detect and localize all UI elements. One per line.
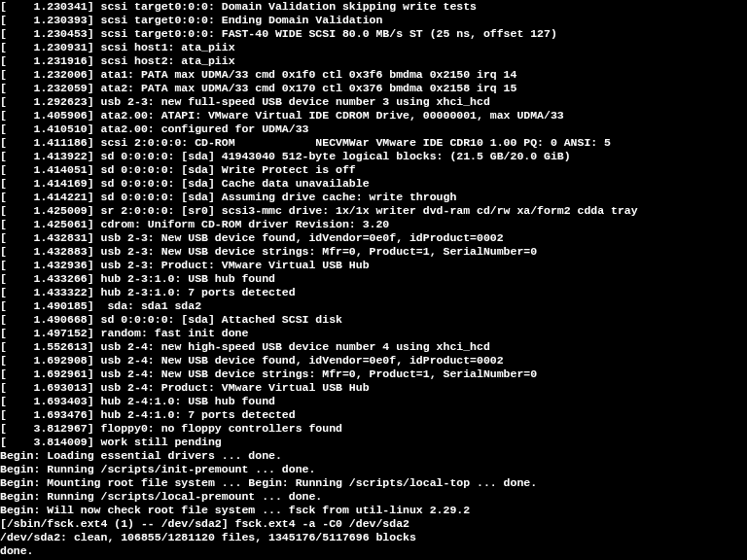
log-line: [ 1.231916] scsi host2: ata_piix <box>0 54 747 68</box>
log-line: done. <box>0 544 747 558</box>
log-line: [ 1.433322] hub 2-3:1.0: 7 ports detecte… <box>0 286 747 299</box>
log-line: [/sbin/fsck.ext4 (1) -- /dev/sda2] fsck.… <box>0 517 747 531</box>
log-line: [ 1.232006] ata1: PATA max UDMA/33 cmd 0… <box>0 68 747 82</box>
log-line: [ 3.814009] work still pending <box>0 436 747 449</box>
log-line: Begin: Running /scripts/local-premount .… <box>0 490 747 504</box>
log-line: [ 1.425061] cdrom: Uniform CD-ROM driver… <box>0 218 747 231</box>
log-line: /dev/sda2: clean, 106855/1281120 files, … <box>0 531 747 544</box>
log-line: [ 1.414169] sd 0:0:0:0: [sda] Cache data… <box>0 177 747 191</box>
log-line: [ 1.414221] sd 0:0:0:0: [sda] Assuming d… <box>0 191 747 204</box>
log-line: Begin: Mounting root file system ... Beg… <box>0 476 747 490</box>
log-line: [ 1.432831] usb 2-3: New USB device foun… <box>0 231 747 245</box>
log-line: Begin: Will now check root file system .… <box>0 504 747 517</box>
log-line: [ 1.497152] random: fast init done <box>0 327 747 340</box>
log-line: [ 1.433266] hub 2-3:1.0: USB hub found <box>0 272 747 286</box>
log-line: Begin: Running /scripts/init-premount ..… <box>0 463 747 476</box>
log-line: [ 1.410510] ata2.00: configured for UDMA… <box>0 122 747 136</box>
log-line: [ 1.405906] ata2.00: ATAPI: VMware Virtu… <box>0 109 747 122</box>
log-line: [ 1.414051] sd 0:0:0:0: [sda] Write Prot… <box>0 163 747 177</box>
log-line: [ 1.232059] ata2: PATA max UDMA/33 cmd 0… <box>0 82 747 95</box>
log-line: [ 1.693013] usb 2-4: Product: VMware Vir… <box>0 381 747 395</box>
log-line: [ 1.425009] sr 2:0:0:0: [sr0] scsi3-mmc … <box>0 204 747 218</box>
terminal-output: [ 1.230341] scsi target0:0:0: Domain Val… <box>0 0 747 560</box>
log-line: [ 1.230453] scsi target0:0:0: FAST-40 WI… <box>0 27 747 41</box>
log-line: [ 1.490185] sda: sda1 sda2 <box>0 299 747 313</box>
log-line: [ 1.692908] usb 2-4: New USB device foun… <box>0 354 747 368</box>
log-line: [ 1.432883] usb 2-3: New USB device stri… <box>0 245 747 259</box>
log-line: [ 3.812967] floppy0: no floppy controlle… <box>0 422 747 436</box>
log-line: [ 1.413922] sd 0:0:0:0: [sda] 41943040 5… <box>0 150 747 163</box>
log-line: Begin: Loading essential drivers ... don… <box>0 449 747 463</box>
log-line: [ 1.692961] usb 2-4: New USB device stri… <box>0 368 747 381</box>
log-line: [ 1.230393] scsi target0:0:0: Ending Dom… <box>0 14 747 27</box>
log-line: [ 1.490668] sd 0:0:0:0: [sda] Attached S… <box>0 313 747 327</box>
log-line: [ 1.292623] usb 2-3: new full-speed USB … <box>0 95 747 109</box>
log-line: [ 1.432936] usb 2-3: Product: VMware Vir… <box>0 259 747 272</box>
log-line: [ 1.230931] scsi host1: ata_piix <box>0 41 747 54</box>
log-line: [ 1.411186] scsi 2:0:0:0: CD-ROM NECVMWa… <box>0 136 747 150</box>
log-line: [ 1.693476] hub 2-4:1.0: 7 ports detecte… <box>0 408 747 422</box>
log-line: [ 1.230341] scsi target0:0:0: Domain Val… <box>0 0 747 14</box>
log-line: [ 1.693403] hub 2-4:1.0: USB hub found <box>0 395 747 408</box>
log-line: [ 1.552613] usb 2-4: new high-speed USB … <box>0 340 747 354</box>
